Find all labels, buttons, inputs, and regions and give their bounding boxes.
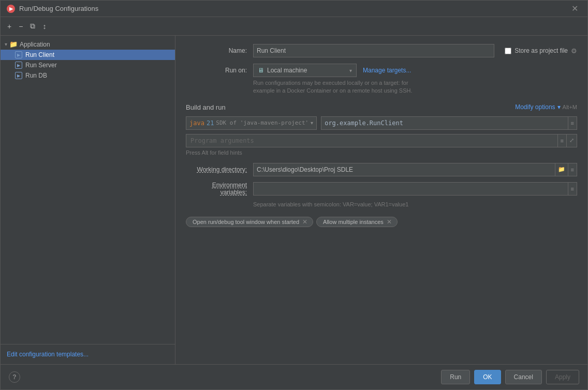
folder-icon: 📁 — [9, 40, 18, 48]
modify-options-button[interactable]: Modify options ▾ — [515, 103, 560, 111]
application-group-header[interactable]: ▾ 📁 Application — [1, 39, 175, 50]
tag-open-tool-window-label: Open run/debug tool window when started — [193, 219, 299, 225]
dialog-footer: ? Run OK Cancel Apply — [1, 364, 587, 389]
java-version-label: 21 — [207, 119, 214, 127]
footer-buttons: Run OK Cancel Apply — [441, 370, 579, 384]
java-dropdown-caret-icon: ▾ — [311, 120, 313, 126]
toolbar: + − ⧉ ↕ — [1, 17, 587, 36]
class-input-wrap: ≡ — [321, 116, 577, 130]
main-class-input[interactable] — [321, 116, 568, 130]
working-dir-input[interactable] — [253, 163, 555, 176]
working-dir-label: Working directory: — [186, 166, 253, 173]
main-content: ▾ 📁 Application ▶ Run Client ▶ Run Serve… — [1, 36, 587, 364]
modify-shortcut-hint: Alt+M — [563, 104, 577, 110]
sdk-text-label: SDK of 'java-maven-project' — [216, 119, 308, 126]
run-on-label: Run on: — [186, 67, 253, 74]
title-bar: ▶ Run/Debug Configurations ✕ — [1, 1, 587, 17]
args-menu-button[interactable]: ≡ — [558, 134, 567, 147]
build-run-title: Build and run — [186, 103, 226, 111]
application-group-label: Application — [20, 41, 50, 48]
build-run-section-header: Build and run Modify options ▾ Alt+M — [186, 103, 577, 111]
chevron-down-icon: ▾ — [557, 103, 561, 111]
edit-templates-link[interactable]: Edit configuration templates... — [7, 351, 89, 358]
sidebar-item-run-client[interactable]: ▶ Run Client — [1, 50, 175, 60]
tag-allow-multiple-close[interactable]: ✕ — [387, 219, 392, 225]
close-button[interactable]: ✕ — [568, 3, 581, 14]
dropdown-caret-icon: ▾ — [349, 68, 352, 73]
name-input[interactable] — [253, 44, 494, 57]
java-label: java — [189, 119, 204, 127]
add-config-button[interactable]: + — [5, 21, 14, 32]
tag-open-tool-window-close[interactable]: ✕ — [302, 219, 307, 225]
class-browse-button[interactable]: ≡ — [568, 116, 577, 130]
sidebar-footer: Edit configuration templates... — [1, 344, 175, 364]
run-on-value: Local machine — [267, 67, 346, 74]
help-button[interactable]: ? — [9, 371, 20, 383]
args-expand-button[interactable]: ⤢ — [567, 134, 577, 147]
cancel-button[interactable]: Cancel — [505, 370, 542, 384]
config-panel: Name: Store as project file ⚙ Run on: 🖥 … — [175, 36, 587, 364]
env-vars-menu-button[interactable]: ≡ — [568, 182, 577, 196]
run-on-row: Run on: 🖥 Local machine ▾ Manage targets… — [186, 64, 577, 77]
run-server-icon: ▶ — [15, 62, 22, 69]
store-project-checkbox[interactable] — [505, 48, 511, 54]
gear-icon[interactable]: ⚙ — [571, 47, 577, 55]
sidebar-item-run-db[interactable]: ▶ Run DB — [1, 70, 175, 81]
env-vars-label: Environment variables: — [186, 182, 253, 196]
application-group: ▾ 📁 Application ▶ Run Client ▶ Run Serve… — [1, 38, 175, 82]
machine-icon: 🖥 — [258, 67, 264, 74]
tag-allow-multiple: Allow multiple instances ✕ — [316, 217, 398, 227]
apply-button[interactable]: Apply — [546, 370, 579, 384]
run-button[interactable]: Run — [441, 370, 470, 384]
title-bar-left: ▶ Run/Debug Configurations — [7, 5, 98, 13]
name-label: Name: — [186, 47, 253, 54]
press-alt-hint: Press Alt for field hints — [186, 149, 577, 156]
java-class-row: java 21 SDK of 'java-maven-project' ▾ ≡ — [186, 116, 577, 130]
sidebar: ▾ 📁 Application ▶ Run Client ▶ Run Serve… — [1, 36, 175, 364]
sidebar-item-label: Run Server — [25, 62, 57, 69]
tree-area: ▾ 📁 Application ▶ Run Client ▶ Run Serve… — [1, 36, 175, 344]
app-icon: ▶ — [7, 5, 15, 13]
modify-options-label: Modify options — [515, 103, 555, 111]
store-project-label: Store as project file — [514, 47, 568, 54]
run-db-icon: ▶ — [15, 72, 22, 79]
program-args-row: ≡ ⤢ — [186, 134, 577, 147]
dialog-title: Run/Debug Configurations — [19, 5, 98, 12]
manage-targets-link[interactable]: Manage targets... — [363, 67, 411, 74]
program-args-input[interactable] — [186, 134, 558, 147]
tags-row: Open run/debug tool window when started … — [186, 217, 577, 227]
tag-open-tool-window: Open run/debug tool window when started … — [186, 217, 313, 227]
working-dir-menu-button[interactable]: ≡ — [568, 163, 577, 176]
env-vars-row: Environment variables: ≡ — [186, 182, 577, 196]
env-vars-input[interactable] — [253, 182, 568, 196]
name-row: Name: Store as project file ⚙ — [186, 44, 577, 57]
remove-config-button[interactable]: − — [16, 21, 25, 32]
sidebar-item-label: Run Client — [25, 51, 54, 58]
store-project-area: Store as project file ⚙ — [505, 47, 577, 55]
move-config-button[interactable]: ↕ — [40, 21, 49, 32]
sidebar-item-label: Run DB — [25, 72, 47, 79]
tag-allow-multiple-label: Allow multiple instances — [323, 219, 384, 225]
sidebar-item-run-server[interactable]: ▶ Run Server — [1, 60, 175, 70]
run-client-icon: ▶ — [15, 51, 22, 58]
java-sdk-dropdown[interactable]: java 21 SDK of 'java-maven-project' ▾ — [186, 116, 317, 130]
separate-vars-hint: Separate variables with semicolon: VAR=v… — [253, 201, 577, 207]
run-on-dropdown[interactable]: 🖥 Local machine ▾ — [253, 64, 357, 77]
ok-button[interactable]: OK — [474, 370, 501, 384]
run-on-hint: Run configurations may be executed local… — [253, 79, 577, 95]
working-dir-folder-button[interactable]: 📁 — [555, 163, 568, 176]
working-dir-row: Working directory: 📁 ≡ — [186, 163, 577, 176]
copy-config-button[interactable]: ⧉ — [27, 20, 38, 32]
chevron-down-icon: ▾ — [5, 41, 7, 47]
run-debug-dialog: ▶ Run/Debug Configurations ✕ + − ⧉ ↕ ▾ 📁… — [0, 0, 588, 390]
